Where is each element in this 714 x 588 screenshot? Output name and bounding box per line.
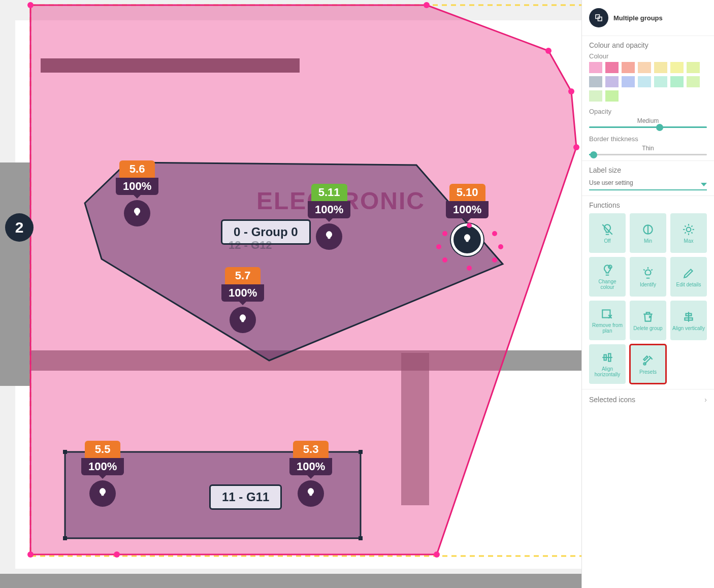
svg-line-16 <box>685 232 686 233</box>
fn-alignh-button[interactable]: Align horizontally <box>589 344 626 384</box>
colour-swatch[interactable] <box>589 76 602 87</box>
fn-presets-button[interactable]: Presets <box>630 344 666 384</box>
device-id: 5.7 <box>225 267 261 284</box>
colour-swatch[interactable] <box>638 62 651 73</box>
colour-swatch[interactable] <box>605 76 619 87</box>
vertex-handle[interactable] <box>442 231 447 236</box>
bulb-icon <box>124 200 150 226</box>
vertex-handle[interactable] <box>434 551 440 558</box>
colour-swatch[interactable] <box>670 76 684 87</box>
vertex-handle[interactable] <box>568 88 574 94</box>
colour-swatch[interactable] <box>687 76 700 87</box>
fn-delete-button[interactable]: Delete group <box>630 301 666 340</box>
section-colour-opacity: Colour and opacity Colour Opacity Medium… <box>582 36 714 161</box>
floorplan-canvas[interactable]: ELECTRONIC 0 - Group 0 12 - G12 11 - G11 <box>0 0 599 588</box>
vertex-handle[interactable] <box>436 244 441 249</box>
device-5-10-selected[interactable]: 5.10 100% <box>446 184 489 256</box>
section-heading: Colour and opacity <box>589 41 707 49</box>
device-id: 5.6 <box>119 160 155 178</box>
vertex-handle[interactable] <box>545 48 551 54</box>
colour-swatch[interactable] <box>622 76 635 87</box>
fn-label: Min <box>644 238 652 244</box>
device-pct: 100% <box>446 201 489 218</box>
fn-max-button[interactable]: Max <box>670 213 707 253</box>
svg-rect-21 <box>602 310 610 317</box>
vertex-handle[interactable] <box>498 244 503 249</box>
fn-label: Max <box>684 238 694 244</box>
device-5-11[interactable]: 5.11 100% <box>308 184 350 250</box>
colour-swatch[interactable] <box>605 90 619 102</box>
fn-label: Change colour <box>591 279 624 290</box>
vertex-handle[interactable] <box>424 2 430 8</box>
border-value: Thin <box>642 145 654 152</box>
colour-swatch[interactable] <box>654 62 667 73</box>
colour-swatch[interactable] <box>622 62 635 73</box>
opacity-slider[interactable]: Medium <box>589 117 707 128</box>
vertex-handle[interactable] <box>442 257 447 263</box>
fn-label: Delete group <box>633 325 662 331</box>
label-size-select[interactable]: Use user setting <box>589 176 707 190</box>
border-slider[interactable]: Thin <box>589 145 707 155</box>
panel-title: Multiple groups <box>613 14 663 22</box>
vertex-handle[interactable] <box>492 257 497 263</box>
device-pct: 100% <box>308 201 350 218</box>
svg-line-15 <box>691 225 692 226</box>
fn-label: Align horizontally <box>591 366 624 377</box>
fn-alignv-button[interactable]: Align vertically <box>670 301 707 340</box>
device-pct: 100% <box>221 284 264 302</box>
section-heading: Functions <box>589 201 707 209</box>
colour-swatch[interactable] <box>589 90 602 102</box>
fn-off-button[interactable]: Off <box>589 213 626 253</box>
fn-label: Edit details <box>676 282 701 287</box>
svg-point-8 <box>687 227 691 232</box>
resize-handle[interactable] <box>63 536 67 540</box>
section-label-size: Label size Use user setting <box>582 161 714 196</box>
colour-swatch[interactable] <box>605 62 619 73</box>
colour-label: Colour <box>589 52 707 60</box>
bulb-icon <box>316 223 342 250</box>
device-5-3[interactable]: 5.3 100% <box>289 441 332 507</box>
vertex-handle[interactable] <box>492 231 497 236</box>
fn-identify-button[interactable]: Identify <box>630 257 666 297</box>
colour-swatch[interactable] <box>670 62 684 73</box>
device-id: 5.3 <box>293 441 329 458</box>
fn-label: Remove from plan <box>591 322 624 334</box>
properties-panel: Multiple groups Colour and opacity Colou… <box>581 0 714 588</box>
bulb-icon <box>451 223 483 256</box>
colour-swatch[interactable] <box>589 62 602 73</box>
colour-swatch[interactable] <box>654 76 667 87</box>
vertex-handle[interactable] <box>573 144 579 150</box>
selected-icons-row[interactable]: Selected icons › <box>582 389 714 410</box>
device-pct: 100% <box>81 458 124 475</box>
border-label: Border thickness <box>589 135 707 143</box>
vertex-handle[interactable] <box>27 2 34 8</box>
colour-swatch[interactable] <box>638 76 651 87</box>
fn-label: Identify <box>640 282 656 287</box>
colour-swatch[interactable] <box>687 62 700 73</box>
panel-header: Multiple groups <box>582 0 714 36</box>
fn-colour-button[interactable]: Change colour <box>589 257 626 297</box>
selected-icons-label: Selected icons <box>589 396 635 404</box>
resize-handle[interactable] <box>63 450 67 454</box>
colour-swatches <box>589 62 707 102</box>
fn-remove-button[interactable]: Remove from plan <box>589 301 626 340</box>
opacity-value: Medium <box>637 117 659 124</box>
device-pct: 100% <box>289 458 332 475</box>
resize-handle[interactable] <box>359 450 363 454</box>
svg-line-13 <box>685 225 686 226</box>
vertex-handle[interactable] <box>467 223 472 228</box>
device-5-7[interactable]: 5.7 100% <box>221 267 264 333</box>
svg-line-6 <box>602 224 612 235</box>
vertex-handle[interactable] <box>467 266 472 271</box>
device-5-6[interactable]: 5.6 100% <box>116 160 158 226</box>
group-label-bottom[interactable]: 11 - G11 <box>209 484 282 510</box>
resize-handle[interactable] <box>359 536 363 540</box>
fn-edit-button[interactable]: Edit details <box>670 257 707 297</box>
svg-line-14 <box>691 232 692 233</box>
vertex-handle[interactable] <box>114 551 120 558</box>
section-heading: Label size <box>589 166 707 174</box>
vertex-handle[interactable] <box>27 551 34 558</box>
fn-min-button[interactable]: Min <box>630 213 666 253</box>
device-5-5[interactable]: 5.5 100% <box>81 441 124 507</box>
device-pct: 100% <box>116 178 158 195</box>
